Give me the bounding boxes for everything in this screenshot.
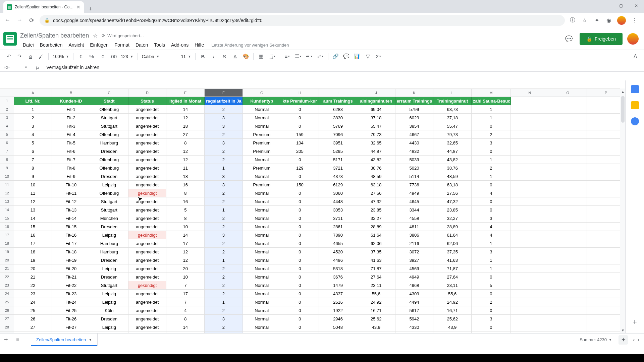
data-cell[interactable]: 37,35 [357,248,395,256]
data-cell[interactable]: 150 [281,181,319,189]
row-header-10[interactable]: 10 [0,172,14,181]
data-cell[interactable]: 3 [205,122,243,130]
data-cell[interactable]: 7736 [395,181,433,189]
data-cell[interactable]: 1 [472,105,511,114]
row-header-17[interactable]: 17 [0,231,14,239]
empty-cell[interactable] [587,306,625,315]
empty-cell[interactable] [549,256,587,264]
data-cell[interactable]: Fit-4 [52,130,90,139]
empty-cell[interactable] [511,264,549,273]
data-cell[interactable]: 28,89 [357,223,395,231]
header-cell[interactable]: ragslaufzeit in Ja [205,97,243,105]
halign-button[interactable]: ≡▼ [283,52,292,61]
data-cell[interactable]: 13 [14,206,52,214]
data-cell[interactable]: Stuttgart [90,197,128,206]
data-cell[interactable]: Normal [243,122,281,130]
data-cell[interactable]: 12 [166,147,205,156]
quicksum-box[interactable]: Summe: 4230 ▼ [576,336,615,344]
empty-cell[interactable] [587,189,625,197]
empty-cell[interactable] [587,248,625,256]
empty-cell[interactable] [511,306,549,315]
empty-cell[interactable] [587,181,625,189]
header-cell[interactable]: erraum Trainings [395,97,433,105]
data-cell[interactable]: 2 [205,105,243,114]
data-cell[interactable]: 14 [166,323,205,331]
col-header-L[interactable]: L [433,89,472,97]
data-cell[interactable]: 16,71 [433,306,472,315]
empty-cell[interactable] [549,105,587,114]
data-cell[interactable]: Normal [243,248,281,256]
data-cell[interactable]: 2 [472,298,511,306]
data-cell[interactable]: 3 [205,315,243,323]
data-cell[interactable]: Stuttgart [90,206,128,214]
data-cell[interactable]: 4811 [395,223,433,231]
data-cell[interactable]: angemeldet [128,139,166,147]
empty-cell[interactable] [511,156,549,164]
star-icon[interactable]: ☆ [581,17,588,24]
col-header-B[interactable]: B [52,89,90,97]
data-cell[interactable]: Fit-3 [52,122,90,130]
data-cell[interactable]: angemeldet [128,130,166,139]
row-header-20[interactable]: 20 [0,256,14,264]
fill-color-button[interactable]: 🎨 [241,52,251,61]
zoom-select[interactable]: 100%▼ [51,54,70,59]
data-cell[interactable]: 27,56 [433,189,472,197]
data-cell[interactable]: 0 [472,306,511,315]
data-cell[interactable]: 63,18 [357,181,395,189]
data-cell[interactable]: Fit-17 [52,239,90,248]
data-cell[interactable]: 62,06 [357,239,395,248]
menu-data[interactable]: Daten [133,41,151,49]
empty-cell[interactable] [511,97,549,105]
data-cell[interactable]: 38,76 [357,164,395,172]
data-cell[interactable]: 63,73 [433,105,472,114]
data-cell[interactable]: Fit-5 [52,139,90,147]
data-cell[interactable]: 16 [166,181,205,189]
row-header-23[interactable]: 23 [0,281,14,290]
data-cell[interactable]: 1 [205,298,243,306]
data-cell[interactable]: 25,62 [357,315,395,323]
data-cell[interactable]: 0 [281,298,319,306]
row-header-19[interactable]: 19 [0,248,14,256]
data-cell[interactable]: Stuttgart [90,122,128,130]
print-button[interactable]: 🖨 [25,52,35,61]
data-cell[interactable]: 5048 [319,323,357,331]
data-cell[interactable]: Köln [90,306,128,315]
row-header-22[interactable]: 22 [0,273,14,281]
header-cell[interactable]: Kunden-ID [52,97,90,105]
data-cell[interactable]: 4494 [395,298,433,306]
data-cell[interactable]: angemeldet [128,122,166,130]
data-cell[interactable]: Leipzig [90,181,128,189]
data-cell[interactable]: 5 [472,281,511,290]
data-cell[interactable]: 3951 [319,139,357,147]
data-cell[interactable]: 25,62 [433,315,472,323]
data-cell[interactable]: 12 [14,197,52,206]
data-cell[interactable]: 41,63 [433,256,472,264]
data-cell[interactable]: angemeldet [128,256,166,264]
col-header-H[interactable]: H [281,89,319,97]
add-addon-icon[interactable]: + [633,318,637,326]
data-cell[interactable]: 0 [281,239,319,248]
data-cell[interactable]: 4832 [395,147,433,156]
data-cell[interactable]: 1 [205,164,243,172]
header-cell[interactable]: Kundentyp [243,97,281,105]
data-cell[interactable]: 0 [472,290,511,298]
explore-button[interactable]: ✦ [619,335,628,345]
data-cell[interactable]: Dresden [90,273,128,281]
data-cell[interactable]: Normal [243,114,281,122]
data-cell[interactable]: Dresden [90,315,128,323]
close-window-button[interactable]: ✕ [629,0,644,11]
col-header-C[interactable]: C [90,89,128,97]
data-cell[interactable]: 4330 [395,323,433,331]
data-cell[interactable]: 0 [281,156,319,164]
data-cell[interactable]: Fit-21 [52,273,90,281]
data-cell[interactable]: 14 [166,231,205,239]
data-cell[interactable]: 71,87 [357,264,395,273]
data-cell[interactable]: 4309 [395,290,433,298]
data-cell[interactable]: 0 [281,189,319,197]
document-title[interactable]: Zeilen/Spalten bearbeiten [20,32,89,39]
data-cell[interactable]: 11 [14,189,52,197]
data-cell[interactable]: 4 [472,189,511,197]
data-cell[interactable]: Fit-23 [52,290,90,298]
data-cell[interactable]: Normal [243,189,281,197]
empty-cell[interactable] [549,130,587,139]
